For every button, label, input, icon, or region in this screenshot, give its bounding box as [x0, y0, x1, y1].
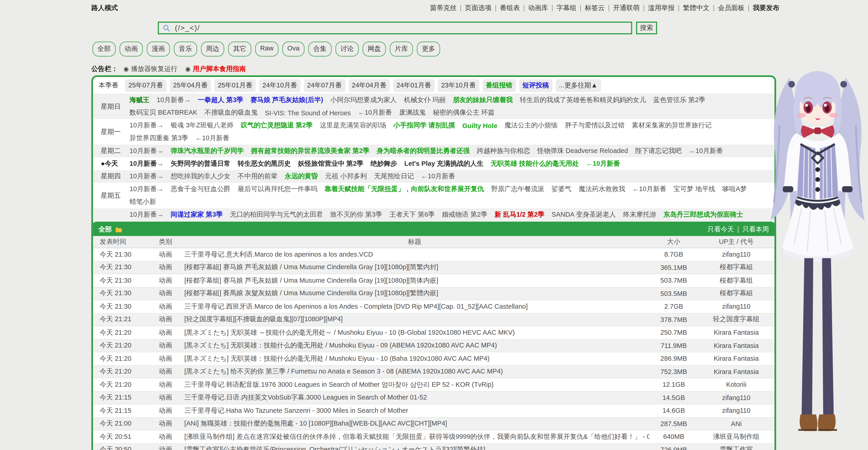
cell-title[interactable]: 三千里寻母记.韩语配音版.1976 3000 Leagues in Search…: [184, 380, 649, 389]
anime-title-link[interactable]: 转生恶女的黑历史: [238, 159, 291, 168]
nav-link[interactable]: 页面选项: [457, 3, 491, 13]
anime-title-link[interactable]: ←10月新番: [358, 108, 392, 117]
tab-24年07月番[interactable]: 24年07月番: [304, 79, 345, 92]
category-pill[interactable]: Ova: [282, 41, 305, 57]
cell-title[interactable]: 三千里寻母记.意大利语.Marco de los apeninos a los …: [184, 250, 649, 259]
cell-category[interactable]: 动画: [147, 276, 184, 285]
cell-uploader[interactable]: Kirara Fantasia: [698, 368, 774, 375]
tab-25年01月番[interactable]: 25年01月番: [214, 79, 256, 92]
anime-title-link[interactable]: 野原广志午餐流派: [491, 185, 544, 194]
category-pill[interactable]: 网盘: [363, 41, 386, 57]
cell-uploader[interactable]: ANi: [698, 420, 774, 428]
cell-uploader[interactable]: zifang110: [698, 303, 774, 310]
cell-uploader[interactable]: zifang110: [698, 250, 774, 258]
cell-title[interactable]: [桜都字幕组] 赛马娘 芦毛灰姑娘 / Uma Musume Cinderell…: [184, 276, 649, 285]
cell-uploader[interactable]: 沸班亚马制作组: [698, 432, 774, 441]
cell-title[interactable]: [ANi] 無職英雄：技能什麼的毫無用處 - 10 [1080P][Baha][…: [184, 419, 649, 428]
anime-title-link[interactable]: 靠着天赋技能「无限扭蛋」，向前队友和世界展开复仇: [324, 185, 484, 194]
tab-report[interactable]: 番组报错: [483, 79, 516, 92]
anime-title-link[interactable]: 10月新番→: [130, 210, 163, 219]
anime-title-link[interactable]: 间谍过家家 第3季: [170, 210, 223, 219]
cell-title[interactable]: 三千里寻母记.日语.内挂英文VobSub字幕.3000 Leagues in S…: [184, 393, 649, 402]
cell-uploader[interactable]: zifang110: [698, 394, 774, 402]
anime-title-link[interactable]: 身为暗杀者的我明显比勇者还强: [377, 146, 470, 156]
tab-24年01月番[interactable]: 24年01月番: [393, 79, 434, 92]
tab-24年04月番[interactable]: 24年04月番: [348, 79, 390, 92]
anime-title-link[interactable]: 绝妙舞步: [370, 159, 397, 168]
anime-title-link[interactable]: 数码宝贝 BEATBREAK: [130, 108, 197, 117]
anime-title-link[interactable]: ←10月新番: [632, 185, 666, 194]
cell-uploader[interactable]: 轻之国度字幕组: [698, 315, 774, 324]
category-pill[interactable]: 合集: [308, 41, 332, 57]
category-pill[interactable]: 漫画: [147, 41, 170, 57]
tab-24年10月番[interactable]: 24年10月番: [259, 79, 301, 92]
anime-title-link[interactable]: 素材采集家的异世界旅行记: [632, 121, 712, 130]
category-pill[interactable]: 讨论: [336, 41, 359, 57]
cell-category[interactable]: 动画: [147, 445, 184, 450]
anime-title-link[interactable]: 10月新番→: [130, 172, 163, 181]
nav-link[interactable]: 繁體中文: [675, 3, 709, 13]
cell-uploader[interactable]: Kirara Fantasia: [698, 329, 774, 337]
search-input[interactable]: (/>_<)/: [158, 22, 632, 34]
anime-title-link[interactable]: Let's Play 充满挑战的人生: [404, 159, 484, 168]
anime-title-link[interactable]: 最后可以再拜托您一件事吗: [238, 185, 317, 194]
nav-link[interactable]: 动画库: [520, 3, 548, 13]
cell-category[interactable]: 动画: [147, 432, 184, 441]
cell-uploader[interactable]: 桜都字幕组: [698, 276, 774, 285]
anime-title-link[interactable]: 永远的黄昏: [285, 172, 318, 181]
anime-title-link[interactable]: 矢野同学的普通日常: [170, 159, 230, 168]
anime-title-link[interactable]: 不擅吸血的吸血鬼: [205, 108, 258, 117]
anime-title-link[interactable]: 10月新番→: [130, 185, 163, 194]
category-pill[interactable]: 全部: [92, 41, 116, 57]
anime-title-link[interactable]: 赛马娘 芦毛灰姑娘(后半): [250, 95, 323, 105]
anime-title-link[interactable]: 异世界四重奏 第3季: [130, 134, 188, 143]
cell-category[interactable]: 动画: [147, 367, 184, 376]
anime-title-link[interactable]: 宝可梦 地平线: [674, 185, 715, 194]
nav-link[interactable]: 开通联萌: [605, 3, 640, 13]
tab-more[interactable]: ...更多往期▲: [556, 79, 601, 92]
cell-category[interactable]: 动画: [147, 341, 184, 350]
anime-title-link[interactable]: ←10月新番: [195, 134, 229, 143]
nav-link[interactable]: 会员面板: [709, 3, 744, 13]
anime-title-link[interactable]: Guilty Hole: [462, 122, 497, 130]
anime-title-link[interactable]: 王者天下 第6季: [390, 210, 435, 219]
tab-25年07月番[interactable]: 25年07月番: [125, 79, 166, 92]
tab-review[interactable]: 短评投稿: [519, 79, 552, 92]
nav-link[interactable]: 番组表: [492, 3, 520, 13]
anime-title-link[interactable]: SANDA 变身圣诞老人: [552, 210, 616, 219]
cell-category[interactable]: 动画: [147, 380, 184, 389]
anime-title-link[interactable]: 娑婆气: [552, 185, 571, 194]
anime-title-link[interactable]: 蓝色管弦乐 第2季: [653, 95, 705, 105]
filter-link[interactable]: 只看今天: [707, 225, 734, 234]
anime-title-link[interactable]: SI-VIS: The Sound of Heroes: [265, 109, 351, 117]
nav-link[interactable]: 滥用举报: [640, 3, 675, 13]
category-pill[interactable]: 动画: [120, 41, 143, 57]
tab-23年10月番[interactable]: 23年10月番: [438, 79, 479, 92]
anime-title-link[interactable]: 无尾熊绘日记: [374, 172, 414, 181]
anime-title-link[interactable]: 婚戒物语 第2季: [442, 210, 487, 219]
cell-title[interactable]: [黒ネズミたち] 无职英雄 ～技能什么的毫无用处～ / Mushoku Eiyu…: [184, 328, 649, 337]
anime-title-link[interactable]: 10月新番→: [130, 159, 163, 168]
cell-title[interactable]: [轻之国度字幕组][不擅吸血的吸血鬼][07][1080P][MP4]: [184, 315, 649, 324]
cell-title[interactable]: [沸班亚马制作组] 差点在迷宫深处被信任的伙伴杀掉，但靠着天赋技能「无限扭蛋」获…: [184, 432, 649, 441]
cell-title[interactable]: [黒ネズミたち] 无职英雄：技能什么的毫无用处 / Mushoku Eiyuu …: [184, 341, 649, 350]
cell-uploader[interactable]: Kirara Fantasia: [698, 355, 774, 363]
cell-title[interactable]: [黒ネズミたち] 给不灭的你 第三季 / Fumetsu no Anata e …: [184, 367, 649, 376]
category-pill[interactable]: 更多: [417, 41, 440, 57]
anime-title-link[interactable]: 魔法公主的小烦恼: [505, 121, 558, 130]
tab-25年04月番[interactable]: 25年04月番: [170, 79, 211, 92]
anime-title-link[interactable]: 胖子与爱情以及过错: [565, 121, 625, 130]
anime-title-link[interactable]: 妖怪旅馆营业中 第2季: [298, 159, 363, 168]
anime-title-link[interactable]: 陛下请忘记我吧: [635, 146, 682, 156]
nav-link[interactable]: 标签云: [577, 3, 605, 13]
anime-title-link[interactable]: 无职英雄 技能什么的毫无用处: [491, 159, 579, 168]
anime-title-link[interactable]: 叹气的亡灵想隐退 第2季: [241, 121, 313, 130]
anime-title-link[interactable]: ←10月新番: [586, 159, 620, 168]
anime-title-link[interactable]: 恶食千金与狂血公爵: [170, 185, 230, 194]
cell-category[interactable]: 动画: [147, 419, 184, 428]
anime-title-link[interactable]: 终末摩托游: [623, 210, 656, 219]
anime-title-link[interactable]: 元祖 小邦多利: [325, 172, 367, 181]
nav-link[interactable]: 字幕组: [548, 3, 577, 13]
anime-title-link[interactable]: 10月新番→: [157, 95, 191, 105]
cell-uploader[interactable]: Kirara Fantasia: [698, 342, 774, 349]
